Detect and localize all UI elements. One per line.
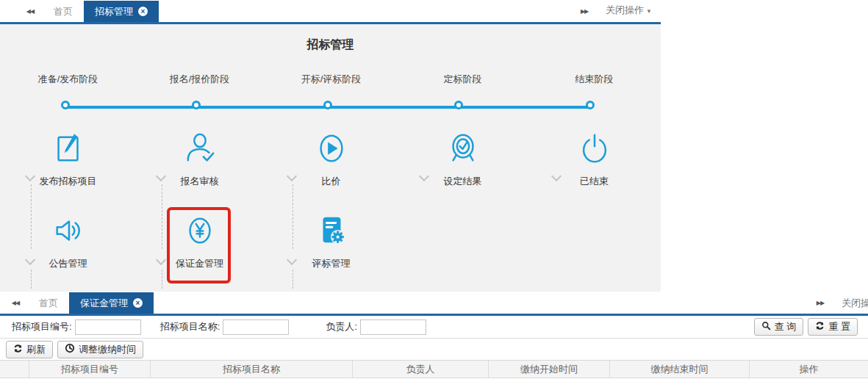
grid-col-manager: 负责人 <box>353 361 489 378</box>
refresh-icon <box>13 344 23 355</box>
stage-labels: 准备/发布阶段 报名/报价阶段 开标/评标阶段 定标阶段 结束阶段 <box>2 73 660 86</box>
nav-item-publish-project[interactable]: 发布招标项目 <box>2 127 134 188</box>
tab-close-icon[interactable]: × <box>133 298 143 308</box>
search-icon <box>761 321 771 333</box>
dashed-connector <box>31 270 32 289</box>
nav-item-evaluation-management[interactable]: 评标管理 <box>265 209 397 270</box>
target-check-icon <box>446 127 480 170</box>
tab-home[interactable]: 首页 <box>28 292 69 314</box>
nav-item-price-compare[interactable]: 比价 <box>265 127 397 188</box>
nav-item-label: 比价 <box>322 175 341 188</box>
close-operations-menu[interactable]: 关闭操作▼ <box>597 0 661 22</box>
speaker-icon <box>51 209 85 252</box>
project-no-label: 招标项目编号: <box>12 320 72 333</box>
tab-label: 首页 <box>39 297 58 308</box>
grid-col-project-name: 招标项目名称 <box>151 361 353 378</box>
dashed-connector <box>162 270 162 289</box>
grid-col-pay-start: 缴纳开始时间 <box>489 361 610 378</box>
filter-bar: 招标项目编号: 招标项目名称: 负责人: 查 询 重 置 <box>0 316 868 339</box>
top-tab-bar: ◀◀ 首页 招标管理 × ▶▶ 关闭操作▼ <box>0 0 661 24</box>
search-button-label: 查 询 <box>775 320 797 333</box>
process-timeline <box>0 100 661 115</box>
grid-header: 招标项目编号 招标项目名称 负责人 缴纳开始时间 缴纳结束时间 操作 <box>0 360 868 378</box>
caret-down-icon: ▼ <box>646 8 652 15</box>
stage-label-prepare: 准备/发布阶段 <box>2 73 134 86</box>
refresh-icon <box>815 321 825 333</box>
search-button[interactable]: 查 询 <box>754 318 804 336</box>
play-icon <box>315 127 348 170</box>
grid-col-pay-end: 缴纳结束时间 <box>610 361 750 378</box>
reset-button-label: 重 置 <box>828 320 850 333</box>
grid-col-select <box>0 361 29 378</box>
close-operations-label: 关闭操作 <box>842 297 868 308</box>
tab-label: 招标管理 <box>95 1 133 22</box>
tab-close-icon[interactable]: × <box>138 7 148 16</box>
nav-row-1: 发布招标项目 报名审核 <box>2 127 660 188</box>
nav-item-finished[interactable]: 已结束 <box>528 127 660 188</box>
nav-item-label: 评标管理 <box>312 257 351 270</box>
timeline-dot <box>586 101 595 109</box>
nav-item-announcement-management[interactable]: 公告管理 <box>2 209 134 270</box>
tab-bidding-management[interactable]: 招标管理 × <box>84 1 159 22</box>
document-gear-icon <box>315 209 348 252</box>
nav-item-label: 设定结果 <box>444 175 482 188</box>
power-icon <box>578 127 611 170</box>
tab-label: 首页 <box>54 6 73 17</box>
tab-deposit-management[interactable]: 保证金管理 × <box>69 292 154 314</box>
reset-button[interactable]: 重 置 <box>808 318 858 336</box>
grid-toolbar: 刷新 调整缴纳时间 <box>0 339 868 360</box>
grid-body-empty <box>0 378 868 386</box>
nav-item-label: 已结束 <box>580 175 609 188</box>
nav-item-set-result[interactable]: 设定结果 <box>397 127 528 188</box>
bidding-management-window: ◀◀ 首页 招标管理 × ▶▶ 关闭操作▼ 招标管理 准备/发布阶段 报名/报价… <box>0 0 868 292</box>
tab-label: 保证金管理 <box>80 292 128 314</box>
project-name-input[interactable] <box>223 319 289 335</box>
timeline-dot <box>61 101 70 109</box>
tabs-scroll-left-icon[interactable]: ◀◀ <box>18 1 43 22</box>
nav-item-label: 公告管理 <box>49 257 87 270</box>
tabs-scroll-right-icon[interactable]: ▶▶ <box>808 292 833 314</box>
clock-icon <box>65 343 75 355</box>
timeline-dot <box>323 101 332 109</box>
stage-label-open-bid: 开标/评标阶段 <box>265 73 397 86</box>
timeline-dot <box>454 101 463 109</box>
stage-label-award: 定标阶段 <box>397 73 528 86</box>
dashed-connector <box>293 270 293 289</box>
adjust-button-label: 调整缴纳时间 <box>79 343 136 356</box>
grid-col-project-no: 招标项目编号 <box>29 361 151 378</box>
timeline-dot <box>192 101 201 109</box>
nav-row-2: 公告管理 保证金管理 <box>2 209 660 270</box>
tab-home[interactable]: 首页 <box>43 1 84 22</box>
bidding-process-panel: 招标管理 准备/发布阶段 报名/报价阶段 开标/评标阶段 定标阶段 结束阶段 <box>0 24 661 292</box>
nav-item-signup-review[interactable]: 报名审核 <box>134 127 265 188</box>
page-title: 招标管理 <box>0 37 661 53</box>
nav-item-label: 报名审核 <box>181 175 219 188</box>
stage-label-end: 结束阶段 <box>528 73 660 86</box>
bottom-tab-bar: ◀◀ 首页 保证金管理 × ▶▶ 关闭操作 <box>0 292 868 316</box>
grid-col-actions: 操作 <box>750 361 868 378</box>
user-check-icon <box>183 127 217 170</box>
stage-label-signup: 报名/报价阶段 <box>134 73 265 86</box>
edit-document-icon <box>51 127 85 170</box>
close-operations-menu[interactable]: 关闭操作 <box>833 292 868 314</box>
tabs-scroll-left-icon[interactable]: ◀◀ <box>3 292 28 314</box>
refresh-button[interactable]: 刷新 <box>6 341 53 358</box>
nav-item-label: 保证金管理 <box>176 257 223 270</box>
tabs-scroll-right-icon[interactable]: ▶▶ <box>572 1 597 22</box>
project-no-input[interactable] <box>75 319 141 335</box>
project-name-label: 招标项目名称: <box>160 320 220 333</box>
adjust-payment-time-button[interactable]: 调整缴纳时间 <box>57 341 143 358</box>
close-operations-label: 关闭操作 <box>606 4 644 15</box>
yuan-coin-icon <box>183 209 217 252</box>
nav-item-deposit-management[interactable]: 保证金管理 <box>134 209 265 270</box>
manager-input[interactable] <box>360 319 426 335</box>
nav-item-label: 发布招标项目 <box>40 175 97 188</box>
manager-label: 负责人: <box>326 320 357 333</box>
refresh-button-label: 刷新 <box>26 343 46 356</box>
